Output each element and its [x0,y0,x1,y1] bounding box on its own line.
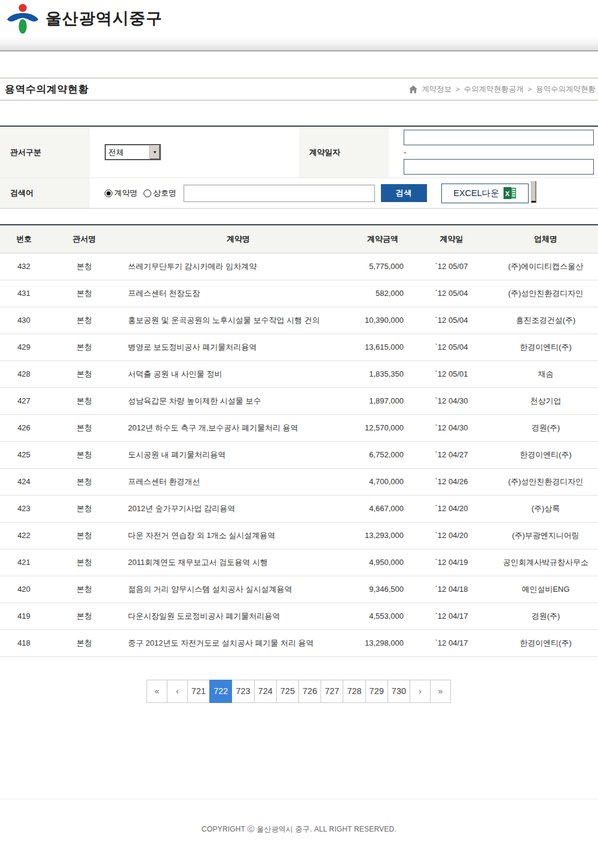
cell-amount: 13,293,000 [356,522,410,549]
cell-company: 예인설비ENG [493,576,598,603]
col-header-contract-name: 계약명 [121,225,356,253]
table-row: 427본청성남육갑문 차량 높이제한 시설물 보수1,897,000`12 04… [0,387,598,414]
breadcrumb-item-negotiated-contracts[interactable]: 수의계약현황공개 [464,84,524,94]
breadcrumb-item-current: 용역수의계약현황 [536,84,596,94]
cell-company: (주)에이디티캡스울산 [493,253,598,280]
pagination-page[interactable]: 730 [388,680,410,703]
pagination-page[interactable]: 724 [254,680,277,703]
cell-contract-name[interactable]: 성남육갑문 차량 높이제한 시설물 보수 [121,387,356,414]
spacer [0,100,598,126]
cell-contract-name[interactable]: 서덕출 공원 내 사인물 정비 [121,360,356,387]
pagination-page[interactable]: 729 [365,680,388,703]
cell-amount: 13,298,000 [356,629,410,656]
cell-amount: 6,752,000 [356,441,410,468]
cell-contract-name[interactable]: 도시공원 내 폐기물처리용역 [121,441,356,468]
excel-icon: X [504,187,517,199]
cell-amount: 9,346,500 [356,576,410,603]
cell-company: 경원(주) [493,603,598,629]
cell-company: 한경이엔티(주) [493,334,598,360]
table-row: 429본청병영로 보도정비공사 폐기물처리용역13,615,000`12 05/… [0,334,598,360]
cell-date: `12 04/27 [410,441,493,468]
table-row: 419본청다운시장일원 도로정비공사 폐기물처리용역4,553,000`12 0… [0,603,598,629]
contract-table: 번호 관서명 계약명 계약금액 계약일 업체명 432본청쓰레기무단투기 감시카… [0,224,598,657]
cell-contract-name[interactable]: 다운 자전거 연습장 외 1개소 실시설계용역 [121,522,356,549]
table-row: 418본청중구 2012년도 자전거도로 설치공사 폐기물 처리 용역13,29… [0,629,598,656]
cell-contract-name[interactable]: 2011회계연도 재무보고서 검토용역 시행 [121,549,356,576]
date-to-input[interactable] [404,159,594,175]
city-emblem-icon [6,2,39,35]
cell-no: 427 [0,387,48,414]
keyword-controls: 계약명 상호명 검색 EXCEL다운 X [90,178,598,208]
pagination-first-button[interactable]: « [147,680,167,703]
pagination-page[interactable]: 725 [276,680,299,703]
keyword-label: 검색어 [0,178,90,208]
cell-company: (주)성안친환경디자인 [493,468,598,495]
cell-contract-name[interactable]: 2012년 하수도 측구 개,보수공사 폐기물처리 용역 [121,414,356,441]
radio-selected-icon[interactable] [105,190,112,197]
cell-company: 천상기업 [493,387,598,414]
cell-company: 흥진조경건설(주) [493,307,598,334]
cell-contract-name[interactable]: 홍보공원 및 운곡공원의 노후시설물 보수작업 시행 건의 [121,307,356,334]
cell-contract-name[interactable]: 병영로 보도정비공사 폐기물처리용역 [121,334,356,360]
cell-no: 428 [0,360,48,387]
site-title: 울산광역시중구 [45,8,163,29]
search-form: 관서구분 전체 ▼ 계약일자 - 검색어 계약명 [0,126,598,209]
cell-amount: 4,700,000 [356,468,410,495]
pagination-page-current[interactable]: 722 [209,680,232,703]
cell-amount: 4,553,000 [356,603,410,629]
cell-office: 본청 [48,280,121,307]
table-row: 422본청다운 자전거 연습장 외 1개소 실시설계용역13,293,000`1… [0,522,598,549]
radio-company-name[interactable]: 상호명 [144,188,176,198]
cell-no: 425 [0,441,48,468]
cell-office: 본청 [48,387,121,414]
cell-date: `12 05/07 [410,253,493,280]
col-header-office: 관서명 [48,225,121,253]
date-range-cell: - [389,127,598,178]
cell-company: (주)부광엔지니어링 [493,522,598,549]
cell-contract-name[interactable]: 다운시장일원 도로정비공사 폐기물처리용역 [121,603,356,629]
cell-amount: 582,000 [356,280,410,307]
date-from-input[interactable] [404,130,594,145]
pagination-page[interactable]: 727 [321,680,343,703]
form-row-office-date: 관서구분 전체 ▼ 계약일자 - [0,127,598,178]
cell-no: 431 [0,280,48,307]
excel-download-button[interactable]: EXCEL다운 X [441,184,529,203]
pagination-last-button[interactable]: » [430,680,451,703]
cell-company: 공인회계사박규창사무소 [493,549,598,576]
cell-contract-name[interactable]: 젊음의 거리 양무시스템 설치공사 실시설계용역 [121,576,356,603]
home-icon[interactable] [409,85,417,93]
breadcrumb-item-contract-info[interactable]: 계약정보 [422,84,451,94]
cell-date: `12 05/04 [410,334,493,360]
keyword-input[interactable] [184,185,375,202]
cell-date: `12 04/26 [410,468,493,495]
radio-contract-name[interactable]: 계약명 [105,188,138,198]
cell-company: (주)성안친환경디자인 [493,280,598,307]
select-dropdown-arrow-icon[interactable]: ▼ [150,145,160,159]
table-row: 431본청프레스센터 천장도장582,000`12 05/04(주)성안친환경디… [0,280,598,307]
cell-contract-name[interactable]: 2012년 숲가꾸기사업 감리용역 [121,495,356,522]
pagination-prev-button[interactable]: ‹ [167,680,188,703]
pagination-next-button[interactable]: › [410,680,431,703]
svg-text:X: X [505,190,510,197]
search-button[interactable]: 검색 [381,184,427,202]
cell-office: 본청 [48,414,121,441]
pagination-page[interactable]: 721 [187,680,210,703]
pagination-page[interactable]: 723 [231,680,254,703]
table-row: 425본청도시공원 내 폐기물처리용역6,752,000`12 04/27한경이… [0,441,598,468]
cell-amount: 4,950,000 [356,549,410,576]
cell-contract-name[interactable]: 프레스센터 천장도장 [121,280,356,307]
pagination-page[interactable]: 728 [343,680,365,703]
radio-unselected-icon[interactable] [144,190,151,197]
cell-contract-name[interactable]: 중구 2012년도 자전거도로 설치공사 폐기물 처리 용역 [121,629,356,656]
office-select[interactable]: 전체 ▼ [105,144,161,160]
cell-no: 420 [0,576,48,603]
cell-no: 424 [0,468,48,495]
cell-date: `12 05/01 [410,360,493,387]
cell-contract-name[interactable]: 쓰레기무단투기 감시카메라 임차계약 [121,253,356,280]
pagination-page[interactable]: 726 [298,680,321,703]
spacer [0,209,598,224]
cell-contract-name[interactable]: 프레스센터 환경개선 [121,468,356,495]
contract-date-label: 계약일자 [299,127,389,178]
site-logo[interactable]: 울산광역시중구 [6,2,163,35]
cell-office: 본청 [48,549,121,576]
